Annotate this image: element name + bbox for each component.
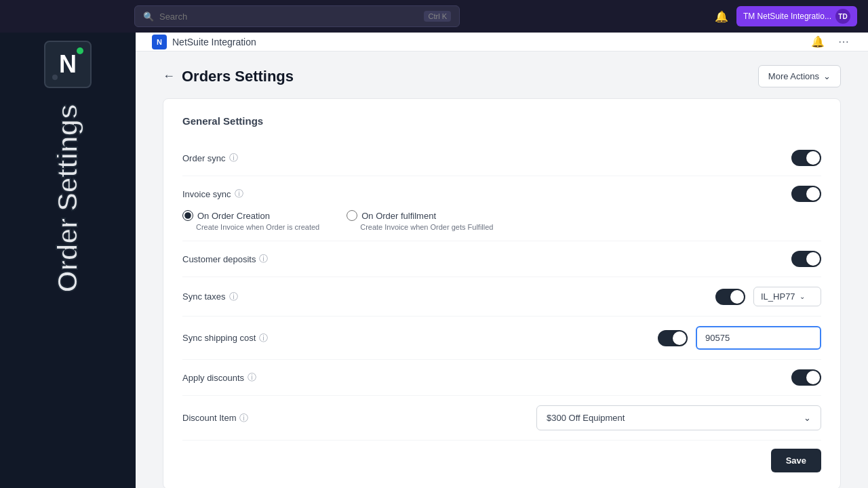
- invoice-sync-top: Invoice sync ⓘ: [182, 186, 821, 202]
- page-header: ← Orders Settings More Actions ⌄: [136, 52, 868, 98]
- netsuite-icon: N: [152, 35, 167, 49]
- apply-discounts-toggle[interactable]: [791, 369, 821, 386]
- order-sync-toggle[interactable]: [791, 150, 821, 166]
- sync-taxes-help-icon[interactable]: ⓘ: [229, 291, 238, 303]
- user-badge[interactable]: TM NetSuite Integratio... TD: [736, 6, 857, 26]
- logo-dot-green: [77, 47, 83, 54]
- sub-header-icons: 🔔 ⋯: [808, 33, 852, 51]
- apply-discounts-label: Apply discounts ⓘ: [182, 371, 332, 384]
- invoice-sync-help-icon[interactable]: ⓘ: [235, 188, 243, 200]
- customer-deposits-toggle[interactable]: [791, 251, 821, 267]
- sub-header-left: N NetSuite Integration: [152, 35, 256, 49]
- order-sync-toggle-thumb: [806, 151, 820, 165]
- invoice-sync-toggle[interactable]: [791, 186, 821, 202]
- user-avatar: TD: [835, 9, 850, 24]
- discount-chevron-icon: ⌄: [804, 413, 811, 423]
- bell-icon[interactable]: 🔔: [715, 10, 728, 23]
- sync-taxes-toggle[interactable]: [715, 289, 745, 305]
- radio-on-creation-desc: Create Invoice when Order is created: [196, 223, 319, 231]
- invoice-sync-toggle-thumb: [806, 187, 820, 201]
- customer-deposits-help-icon[interactable]: ⓘ: [259, 253, 268, 265]
- sync-shipping-row: Sync shipping cost ⓘ: [182, 317, 821, 360]
- invoice-radio-group: On Order Creation Create Invoice when Or…: [182, 210, 493, 231]
- save-section: Save: [182, 441, 821, 472]
- radio-on-fulfilment: On Order fulfilment Create Invoice when …: [347, 210, 493, 231]
- chevron-down-icon: ⌄: [823, 71, 831, 81]
- page-header-left: ← Orders Settings: [163, 68, 294, 85]
- discount-item-help-icon[interactable]: ⓘ: [239, 412, 248, 424]
- discount-item-dropdown[interactable]: $300 Off Equipment ⌄: [536, 405, 821, 430]
- radio-on-fulfilment-label[interactable]: On Order fulfilment: [347, 210, 493, 221]
- logo-letter: N: [59, 52, 77, 77]
- apply-discounts-row: Apply discounts ⓘ: [182, 360, 821, 396]
- apply-discounts-control: [791, 369, 821, 386]
- discount-item-row: Discount Item ⓘ $300 Off Equipment ⌄: [182, 396, 821, 441]
- vertical-sidebar-text: Order Settings: [54, 104, 82, 293]
- discount-item-control: $300 Off Equipment ⌄: [536, 405, 821, 430]
- card-title: General Settings: [182, 115, 821, 127]
- radio-on-creation: On Order Creation Create Invoice when Or…: [182, 210, 319, 231]
- search-shortcut: Ctrl K: [424, 11, 451, 22]
- page-title: Orders Settings: [182, 68, 294, 85]
- customer-deposits-label: Customer deposits ⓘ: [182, 253, 332, 265]
- sync-taxes-label: Sync taxes ⓘ: [182, 291, 332, 303]
- customer-deposits-row: Customer deposits ⓘ: [182, 241, 821, 277]
- radio-on-fulfilment-desc: Create Invoice when Order gets Fulfilled: [360, 223, 493, 231]
- order-sync-control: [791, 150, 821, 166]
- order-sync-label: Order sync ⓘ: [182, 152, 332, 164]
- left-sidebar: N Order Settings: [0, 33, 136, 488]
- radio-on-creation-label[interactable]: On Order Creation: [182, 210, 319, 221]
- layout: N Order Settings N NetSuite Integration …: [0, 33, 868, 488]
- search-input[interactable]: [159, 12, 419, 22]
- sync-shipping-label: Sync shipping cost ⓘ: [182, 332, 332, 344]
- logo-dot-dark: [52, 75, 58, 80]
- sub-header-title: NetSuite Integration: [172, 37, 256, 47]
- nav-right: 🔔 TM NetSuite Integratio... TD: [715, 6, 857, 26]
- sync-taxes-toggle-thumb: [730, 290, 744, 304]
- logo-box: N: [44, 41, 92, 88]
- more-options-icon[interactable]: ⋯: [835, 33, 852, 51]
- taxes-chevron-icon: ⌄: [800, 293, 805, 300]
- sync-taxes-dropdown[interactable]: IL_HP77 ⌄: [753, 287, 821, 306]
- more-actions-button[interactable]: More Actions ⌄: [758, 65, 841, 87]
- search-bar[interactable]: 🔍 Ctrl K: [134, 5, 460, 27]
- user-name: TM NetSuite Integratio...: [743, 12, 831, 21]
- sync-shipping-help-icon[interactable]: ⓘ: [259, 332, 268, 344]
- customer-deposits-toggle-thumb: [806, 252, 820, 266]
- save-button[interactable]: Save: [771, 449, 821, 472]
- radio-on-fulfilment-input[interactable]: [347, 210, 357, 221]
- main-content: N NetSuite Integration 🔔 ⋯ ← Orders Sett…: [136, 33, 868, 488]
- order-sync-row: Order sync ⓘ: [182, 140, 821, 176]
- invoice-sync-row: Invoice sync ⓘ On Order Creation: [182, 176, 821, 241]
- sync-taxes-row: Sync taxes ⓘ IL_HP77 ⌄: [182, 277, 821, 317]
- back-arrow[interactable]: ←: [163, 69, 175, 83]
- apply-discounts-help-icon[interactable]: ⓘ: [248, 371, 256, 384]
- bell-sub-icon[interactable]: 🔔: [808, 33, 827, 51]
- invoice-sync-control: [791, 186, 821, 202]
- top-nav: 🔍 Ctrl K 🔔 TM NetSuite Integratio... TD: [0, 0, 868, 33]
- sub-header: N NetSuite Integration 🔔 ⋯: [136, 33, 868, 52]
- order-sync-help-icon[interactable]: ⓘ: [229, 152, 238, 164]
- customer-deposits-control: [791, 251, 821, 267]
- sync-shipping-toggle[interactable]: [658, 330, 688, 346]
- radio-on-creation-input[interactable]: [182, 210, 193, 221]
- search-icon: 🔍: [143, 12, 154, 22]
- general-settings-card: General Settings Order sync ⓘ Invoice sy: [163, 98, 841, 488]
- sync-taxes-control: IL_HP77 ⌄: [715, 287, 821, 306]
- sync-shipping-input[interactable]: [696, 326, 821, 350]
- discount-item-label: Discount Item ⓘ: [182, 412, 332, 424]
- apply-discounts-toggle-thumb: [806, 371, 820, 384]
- invoice-sync-label: Invoice sync ⓘ: [182, 188, 332, 200]
- sync-shipping-toggle-thumb: [673, 331, 686, 345]
- sync-shipping-control: [658, 326, 821, 350]
